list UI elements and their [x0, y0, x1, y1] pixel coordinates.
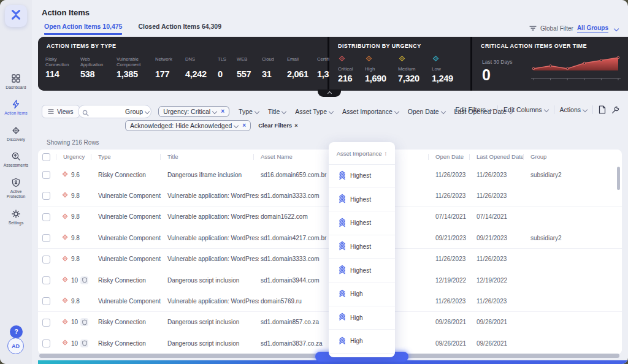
- edit-columns-dropdown[interactable]: Edit Columns: [504, 106, 548, 113]
- last-opened-date-cell: 11/26/2023: [477, 249, 528, 270]
- asset-name-cell[interactable]: sd1.domain3333.com: [261, 185, 329, 206]
- sidebar-item-dashboard[interactable]: Dashboard: [0, 74, 32, 90]
- column-header-group[interactable]: Group: [530, 153, 546, 160]
- panel-critical-over-time: CRITICAL ACTION ITEMS OVER TIME Last 30 …: [472, 37, 628, 91]
- wrench-icon[interactable]: [611, 106, 619, 114]
- close-icon[interactable]: ×: [221, 108, 224, 115]
- dashboard-icon: [11, 74, 21, 83]
- sidebar-item-assessments[interactable]: Assessments: [0, 151, 32, 168]
- asset-name-cell[interactable]: sd1.domain857.co.za: [261, 312, 329, 333]
- views-button[interactable]: Views: [42, 105, 80, 118]
- column-header-title[interactable]: Title: [167, 153, 178, 160]
- asset-name-cell[interactable]: sd1.domain3944.com: [261, 270, 329, 290]
- title-cell[interactable]: Vulnerable application: WordPress ve: [167, 227, 259, 248]
- row-checkbox[interactable]: [42, 234, 50, 242]
- divider: [497, 105, 498, 114]
- sidebar-item-discovery[interactable]: Discovery: [0, 126, 32, 142]
- global-filter-value[interactable]: All Groups: [577, 25, 608, 32]
- select-all-checkbox[interactable]: [42, 153, 50, 161]
- sidebar-item-label: Dashboard: [6, 85, 26, 90]
- filter-label: Type: [239, 108, 253, 115]
- title-cell[interactable]: Dangerous script inclusion: [167, 270, 259, 290]
- title-cell[interactable]: Dangerous iframe inclusion: [167, 164, 259, 185]
- sidebar-item-action-items[interactable]: Action Items: [0, 99, 32, 116]
- sidebar-item-settings[interactable]: Settings: [0, 209, 32, 226]
- urgency-diamond-icon: [338, 54, 365, 65]
- clear-filters-button[interactable]: Clear Filters ×: [258, 122, 297, 129]
- edit-filters-dropdown[interactable]: Edit Filters: [456, 106, 492, 113]
- type-stat-web-application: Web Application538: [80, 56, 117, 79]
- column-header-asset-name[interactable]: Asset Name: [261, 153, 293, 160]
- importance-label: Highest: [350, 243, 371, 250]
- type-stat-dns: DNS4,242: [185, 56, 218, 79]
- filter-asset-type[interactable]: Asset Type: [295, 108, 333, 115]
- filter-type[interactable]: Type: [239, 108, 259, 115]
- importance-label: Highest: [350, 172, 371, 179]
- tab-closed-action-items[interactable]: Closed Action Items 64,309: [138, 23, 221, 35]
- row-count-status: Showing 216 Rows: [47, 139, 99, 146]
- title-cell[interactable]: Dangerous script inclusion: [167, 333, 259, 354]
- asset-name-cell[interactable]: sd1.domain3837.co.za: [261, 333, 329, 354]
- asset-name-cell[interactable]: domain5769.ru: [261, 290, 329, 311]
- row-checkbox[interactable]: [42, 171, 50, 179]
- title-cell[interactable]: Vulnerable application: WordPress ve: [167, 290, 259, 311]
- asset-importance-cell: High: [329, 330, 395, 354]
- last-opened-date-cell: 12/19/2022: [477, 270, 528, 290]
- row-checkbox[interactable]: [42, 319, 50, 327]
- panel-title: CRITICAL ACTION ITEMS OVER TIME: [481, 43, 587, 49]
- asset-name-cell[interactable]: sd1.domain3333.com: [261, 249, 329, 270]
- column-header-last-opened-date[interactable]: Last Opened Date: [477, 153, 524, 160]
- importance-chevrons-icon: [339, 289, 346, 299]
- asset-name-cell[interactable]: sd1.domain4217.com.br: [261, 227, 329, 248]
- row-checkbox[interactable]: [42, 276, 50, 284]
- sidebar-item-active-protection[interactable]: Active Protection: [0, 178, 32, 200]
- title-cell[interactable]: Vulnerable application: WordPress ve: [167, 185, 259, 206]
- title-cell[interactable]: Vulnerable application: WordPress ve: [167, 249, 259, 270]
- urgency-diamond-icon: [61, 297, 69, 305]
- actions-dropdown[interactable]: Actions: [560, 106, 587, 113]
- row-checkbox[interactable]: [42, 192, 50, 200]
- stats-bar: ACTION ITEMS BY TYPE Risky Connection114…: [38, 37, 628, 91]
- stats-collapse-handle[interactable]: [318, 89, 341, 97]
- stat-label: High: [365, 66, 398, 72]
- filter-asset-importance[interactable]: Asset Importance: [342, 108, 399, 115]
- row-checkbox[interactable]: [42, 213, 50, 221]
- row-checkbox[interactable]: [42, 297, 50, 305]
- protected-shield-icon: [80, 339, 88, 347]
- tab-open-action-items[interactable]: Open Action Items 10,475: [44, 23, 122, 35]
- panel-title: ACTION ITEMS BY TYPE: [47, 43, 116, 49]
- column-header-urgency[interactable]: Urgency: [63, 153, 85, 160]
- avatar[interactable]: AD: [7, 338, 24, 354]
- filter-urgency-critical[interactable]: Urgency: Critical×: [158, 106, 229, 117]
- asset-importance-cell: Highest: [329, 188, 395, 212]
- asset-name-cell[interactable]: sd16.domain659.com.br: [261, 164, 329, 185]
- importance-label: Highest: [350, 267, 371, 274]
- row-checkbox[interactable]: [42, 339, 50, 347]
- chevron-down-icon: [488, 107, 492, 112]
- importance-label: High: [350, 338, 363, 344]
- close-icon[interactable]: ×: [242, 122, 246, 129]
- column-header-type[interactable]: Type: [98, 153, 111, 160]
- column-header-open-date[interactable]: Open Date: [435, 153, 464, 160]
- filter-acknowledged-hide-acknowledged[interactable]: Acknowledged: Hide Acknowledged×: [125, 120, 251, 131]
- app-logo[interactable]: [5, 5, 27, 27]
- type-stat-vulnerable-component: Vulnerable Component1,385: [117, 56, 155, 79]
- asset-importance-floating-column[interactable]: Asset Importance ↑ HighestHighestHighest…: [329, 142, 395, 357]
- filter-open-date[interactable]: Open Date: [408, 108, 445, 115]
- asset-importance-column-header[interactable]: Asset Importance ↑: [329, 142, 395, 165]
- row-checkbox[interactable]: [42, 256, 50, 264]
- asset-name-cell[interactable]: domain1622.com: [261, 207, 329, 227]
- importance-label: Highest: [350, 196, 371, 203]
- export-report-icon[interactable]: [599, 105, 606, 114]
- stat-label: Critical: [338, 66, 365, 72]
- title-cell[interactable]: Vulnerable application: WordPress ve: [167, 207, 259, 227]
- urgency-score: 10: [71, 340, 78, 347]
- filter-group[interactable]: Group: [125, 108, 149, 115]
- group-cell: subsidiary2: [530, 227, 592, 248]
- urgency-score: 9.8: [71, 235, 80, 241]
- group-cell: [530, 333, 592, 354]
- vertical-scrollbar[interactable]: [617, 167, 620, 190]
- help-button[interactable]: ?: [10, 325, 23, 338]
- filter-title[interactable]: Title: [268, 108, 286, 115]
- title-cell[interactable]: Dangerous script inclusion: [167, 312, 259, 333]
